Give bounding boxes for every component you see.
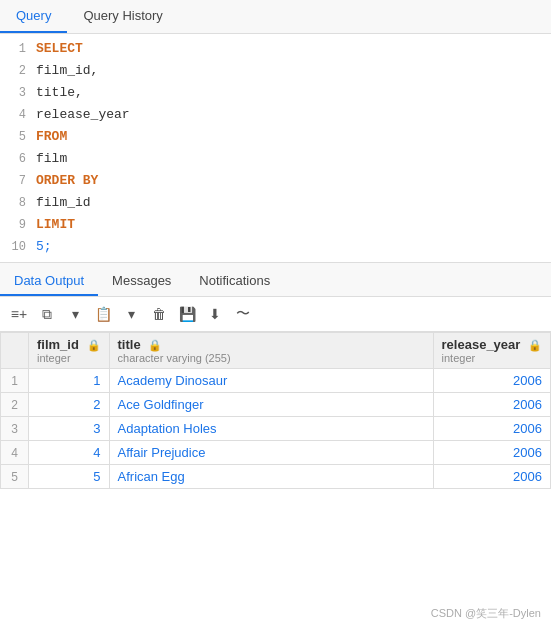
code-line: 10 5; <box>0 236 551 258</box>
line-content: SELECT <box>36 38 551 60</box>
table-row: 44Affair Prejudice2006 <box>1 441 551 465</box>
col-name: title <box>118 337 141 352</box>
tab-data-output[interactable]: Data Output <box>0 267 98 296</box>
code-line: 6 film <box>0 148 551 170</box>
film-id-cell: 4 <box>29 441 110 465</box>
title-cell: Ace Goldfinger <box>109 393 433 417</box>
data-table-wrapper: film_id 🔒integertitle 🔒character varying… <box>0 332 551 489</box>
row-number: 4 <box>1 441 29 465</box>
line-content: 5; <box>36 236 551 258</box>
col-type: character varying (255) <box>118 352 425 364</box>
top-tab-bar: Query Query History <box>0 0 551 34</box>
col-type: integer <box>442 352 542 364</box>
lock-icon: 🔒 <box>148 339 162 352</box>
line-content: ORDER BY <box>36 170 551 192</box>
row-number: 3 <box>1 417 29 441</box>
title-cell: African Egg <box>109 465 433 489</box>
line-number: 6 <box>0 148 36 170</box>
data-toolbar: ≡+ ⧉ ▾ 📋 ▾ 🗑 💾 ⬇ 〜 <box>0 297 551 332</box>
year-cell: 2006 <box>433 393 550 417</box>
data-table: film_id 🔒integertitle 🔒character varying… <box>0 332 551 489</box>
lock-icon: 🔒 <box>528 339 542 352</box>
download-button[interactable]: ⬇ <box>202 301 228 327</box>
paste-dropdown-button[interactable]: ▾ <box>118 301 144 327</box>
delete-button[interactable]: 🗑 <box>146 301 172 327</box>
line-content: FROM <box>36 126 551 148</box>
code-line: 3 title, <box>0 82 551 104</box>
year-cell: 2006 <box>433 441 550 465</box>
table-row: 22Ace Goldfinger2006 <box>1 393 551 417</box>
save-button[interactable]: 💾 <box>174 301 200 327</box>
tab-query[interactable]: Query <box>0 0 67 33</box>
tab-query-history[interactable]: Query History <box>67 0 178 33</box>
row-number-header <box>1 333 29 369</box>
tab-notifications[interactable]: Notifications <box>185 267 284 296</box>
line-number: 7 <box>0 170 36 192</box>
code-line: 5FROM <box>0 126 551 148</box>
table-row: 11Academy Dinosaur2006 <box>1 369 551 393</box>
film-id-cell: 5 <box>29 465 110 489</box>
add-row-button[interactable]: ≡+ <box>6 301 32 327</box>
col-type: integer <box>37 352 101 364</box>
title-cell: Affair Prejudice <box>109 441 433 465</box>
tab-messages[interactable]: Messages <box>98 267 185 296</box>
table-row: 33Adaptation Holes2006 <box>1 417 551 441</box>
title-cell: Academy Dinosaur <box>109 369 433 393</box>
paste-button[interactable]: 📋 <box>90 301 116 327</box>
line-number: 2 <box>0 60 36 82</box>
film-id-cell: 1 <box>29 369 110 393</box>
film-id-cell: 3 <box>29 417 110 441</box>
line-content: film <box>36 148 551 170</box>
code-line: 1SELECT <box>0 38 551 60</box>
line-number: 8 <box>0 192 36 214</box>
table-row: 55African Egg2006 <box>1 465 551 489</box>
code-line: 7ORDER BY <box>0 170 551 192</box>
col-name: release_year <box>442 337 521 352</box>
column-header-release_year: release_year 🔒integer <box>433 333 550 369</box>
year-cell: 2006 <box>433 369 550 393</box>
copy-button[interactable]: ⧉ <box>34 301 60 327</box>
year-cell: 2006 <box>433 465 550 489</box>
line-content: release_year <box>36 104 551 126</box>
line-number: 5 <box>0 126 36 148</box>
code-line: 2 film_id, <box>0 60 551 82</box>
col-name: film_id <box>37 337 79 352</box>
chart-button[interactable]: 〜 <box>230 301 256 327</box>
line-number: 9 <box>0 214 36 236</box>
row-number: 2 <box>1 393 29 417</box>
line-content: LIMIT <box>36 214 551 236</box>
code-line: 4 release_year <box>0 104 551 126</box>
year-cell: 2006 <box>433 417 550 441</box>
lock-icon: 🔒 <box>87 339 101 352</box>
code-line: 9LIMIT <box>0 214 551 236</box>
film-id-cell: 2 <box>29 393 110 417</box>
line-number: 10 <box>0 236 36 258</box>
line-number: 1 <box>0 38 36 60</box>
code-editor[interactable]: 1SELECT2 film_id,3 title,4 release_year5… <box>0 34 551 263</box>
row-number: 1 <box>1 369 29 393</box>
code-line: 8 film_id <box>0 192 551 214</box>
line-content: film_id, <box>36 60 551 82</box>
column-header-title: title 🔒character varying (255) <box>109 333 433 369</box>
line-content: film_id <box>36 192 551 214</box>
watermark: CSDN @笑三年-Dylen <box>431 606 541 621</box>
row-number: 5 <box>1 465 29 489</box>
line-content: title, <box>36 82 551 104</box>
copy-dropdown-button[interactable]: ▾ <box>62 301 88 327</box>
result-tab-bar: Data Output Messages Notifications <box>0 263 551 297</box>
column-header-film_id: film_id 🔒integer <box>29 333 110 369</box>
line-number: 3 <box>0 82 36 104</box>
line-number: 4 <box>0 104 36 126</box>
title-cell: Adaptation Holes <box>109 417 433 441</box>
